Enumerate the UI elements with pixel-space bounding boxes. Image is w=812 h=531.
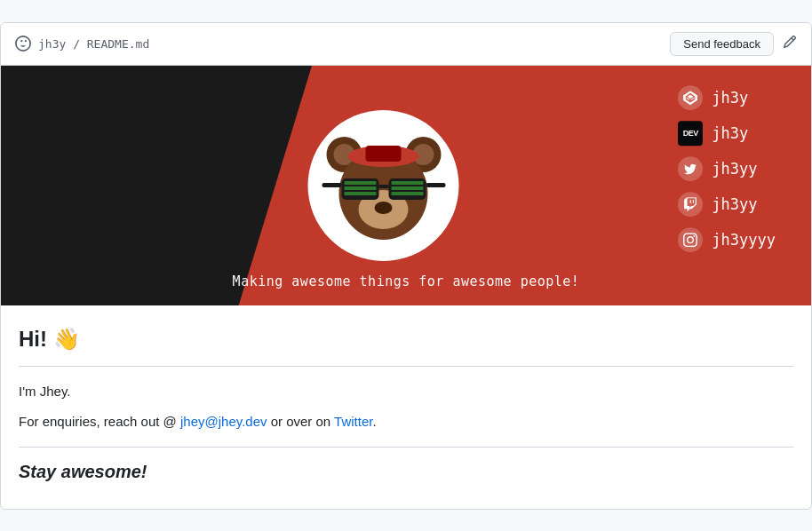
edit-icon[interactable] (783, 35, 797, 52)
twitch-handle: jh3yy (712, 195, 757, 213)
bear-avatar-container (308, 110, 459, 261)
banner-tagline: Making awesome things for awesome people… (1, 273, 811, 289)
social-links: jh3y DEV jh3y jh3yy (678, 85, 776, 252)
bear-svg (319, 121, 448, 250)
social-item-codepen: jh3y (678, 85, 776, 110)
svg-rect-12 (378, 185, 388, 188)
breadcrumb: jh3y / README.md (38, 37, 149, 51)
banner: jh3y DEV jh3y jh3yy (1, 66, 811, 305)
twitch-icon (678, 192, 703, 217)
social-item-twitch: jh3yy (678, 192, 776, 217)
instagram-icon (678, 227, 703, 252)
social-item-twitter: jh3yy (678, 156, 776, 181)
topbar-left: jh3y / README.md (15, 36, 149, 52)
divider-1 (19, 366, 793, 367)
enquiry-paragraph: For enquiries, reach out @ jhey@jhey.dev… (19, 411, 793, 432)
svg-rect-9 (365, 146, 401, 162)
twitter-handle: jh3yy (712, 160, 757, 178)
main-window: jh3y / README.md Send feedback (0, 22, 812, 510)
twitter-link[interactable]: Twitter (334, 414, 372, 429)
enquiry-text-after: . (372, 414, 376, 429)
codepen-icon (678, 85, 703, 110)
codepen-handle: jh3y (712, 89, 748, 107)
svg-point-19 (374, 202, 392, 214)
instagram-handle: jh3yyyy (712, 231, 776, 249)
send-feedback-button[interactable]: Send feedback (670, 32, 774, 56)
social-item-dev: DEV jh3y (678, 121, 776, 146)
bear-circle (308, 110, 459, 261)
twitter-icon (678, 156, 703, 181)
enquiry-text-before: For enquiries, reach out @ (19, 414, 180, 429)
svg-rect-21 (426, 183, 445, 187)
dev-icon: DEV (678, 121, 703, 146)
topbar: jh3y / README.md Send feedback (1, 23, 811, 66)
svg-rect-13 (344, 181, 376, 185)
divider-2 (19, 447, 793, 448)
intro-paragraph: I'm Jhey. (19, 381, 793, 402)
svg-rect-15 (344, 192, 376, 195)
intro-text: I'm Jhey. (19, 384, 70, 399)
svg-rect-20 (322, 183, 341, 187)
svg-rect-14 (344, 186, 376, 190)
topbar-right: Send feedback (670, 32, 797, 56)
smiley-icon (15, 36, 31, 52)
stay-awesome-heading: Stay awesome! (19, 462, 793, 482)
email-link[interactable]: jhey@jhey.dev (180, 414, 267, 429)
hi-heading: Hi! 👋 (19, 327, 793, 352)
enquiry-text-mid: or over on (267, 414, 334, 429)
svg-rect-16 (391, 181, 423, 185)
social-item-instagram: jh3yyyy (678, 227, 776, 252)
svg-rect-17 (391, 186, 423, 190)
content-area: Hi! 👋 I'm Jhey. For enquiries, reach out… (1, 305, 811, 509)
dev-handle: jh3y (712, 124, 748, 142)
svg-rect-18 (391, 192, 423, 195)
